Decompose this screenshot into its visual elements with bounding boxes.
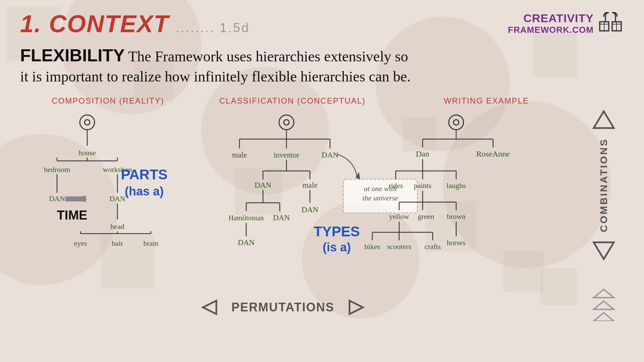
svg-text:DAN: DAN [302, 205, 318, 214]
svg-point-68 [449, 115, 464, 130]
logo-line2: FRAMEWORK.COM [508, 25, 594, 35]
title-section: 1. CONTEXT ........ 1.5d [20, 10, 250, 38]
svg-text:bedroom: bedroom [44, 165, 70, 174]
svg-text:brain: brain [143, 239, 158, 247]
flex-description: FLEXIBILITY The Framework uses hierarchi… [20, 44, 624, 86]
composition-title: COMPOSITION (REALITY) [20, 96, 196, 106]
up-arrow-icon [592, 110, 615, 133]
svg-rect-21 [65, 196, 86, 201]
svg-text:eyes: eyes [74, 239, 87, 247]
svg-text:DAN: DAN [273, 214, 290, 222]
right-arrow-icon [344, 299, 365, 316]
flex-heading: FLEXIBILITY [20, 46, 125, 65]
svg-point-9 [85, 120, 90, 125]
logo-text: CREATIVITY FRAMEWORK.COM [508, 12, 594, 35]
permutations-label: PERMUTATIONS [231, 300, 334, 314]
page-subtitle: ........ 1.5d [176, 21, 250, 35]
diagrams-section: COMPOSITION (REALITY) house bedroom work… [20, 96, 624, 322]
svg-text:DAN: DAN [109, 194, 125, 203]
logo-section: CREATIVITY FRAMEWORK.COM [508, 10, 624, 37]
svg-point-37 [284, 120, 289, 125]
flex-section: FLEXIBILITY The Framework uses hierarchi… [20, 44, 624, 86]
svg-marker-104 [594, 289, 614, 298]
down-arrow-icon [592, 237, 615, 261]
svg-text:DAN: DAN [255, 181, 271, 189]
left-arrow-icon [201, 299, 221, 316]
svg-marker-107 [203, 301, 216, 314]
svg-text:head: head [110, 222, 124, 231]
svg-text:RoseAnne: RoseAnne [476, 149, 510, 158]
svg-point-8 [80, 115, 95, 130]
svg-marker-106 [594, 313, 614, 321]
combinations-label: COMBINATIONS [598, 138, 609, 232]
classification-column: CLASSIFICATION (CONCEPTUAL) male invento… [196, 96, 389, 322]
svg-marker-102 [594, 111, 614, 128]
svg-text:laughs: laughs [446, 181, 466, 190]
logo-icon [597, 10, 624, 37]
svg-text:Dan: Dan [416, 149, 429, 158]
svg-text:bikes: bikes [365, 242, 380, 251]
composition-column: COMPOSITION (REALITY) house bedroom work… [20, 96, 196, 322]
svg-text:rides: rides [389, 181, 403, 190]
svg-text:green: green [418, 212, 434, 221]
svg-text:paints: paints [414, 181, 432, 190]
writing-title: WRITING EXAMPLE [389, 96, 584, 106]
svg-text:male: male [232, 151, 247, 159]
svg-text:(is a): (is a) [323, 240, 351, 254]
combinations-section: COMBINATIONS [584, 96, 624, 322]
writing-column: WRITING EXAMPLE Dan RoseAnne rides [389, 96, 584, 322]
page-title: 1. CONTEXT [20, 10, 169, 38]
svg-text:house: house [78, 148, 96, 157]
svg-text:scooters: scooters [387, 242, 411, 251]
svg-text:(has a): (has a) [125, 184, 164, 198]
svg-text:PARTS: PARTS [121, 167, 167, 182]
classification-title: CLASSIFICATION (CONCEPTUAL) [196, 96, 389, 106]
svg-text:hair: hair [112, 239, 123, 247]
svg-text:DAN: DAN [49, 194, 65, 203]
svg-text:Hamiltonian: Hamiltonian [228, 214, 264, 222]
svg-point-36 [279, 115, 294, 130]
svg-text:brown: brown [447, 212, 466, 221]
svg-text:male: male [302, 181, 317, 189]
permutations-section: PERMUTATIONS [201, 299, 365, 316]
svg-text:DAN: DAN [238, 238, 255, 247]
svg-marker-103 [594, 242, 614, 259]
header: 1. CONTEXT ........ 1.5d CREATIVITY FRAM… [20, 10, 624, 38]
composition-tree: house bedroom workshop DAN DAN [20, 112, 188, 290]
svg-marker-105 [594, 301, 614, 309]
svg-text:DAN: DAN [322, 151, 338, 159]
logo-line1: CREATIVITY [508, 12, 594, 25]
writing-tree: Dan RoseAnne rides paints laughs yellow … [389, 112, 584, 290]
svg-text:TYPES: TYPES [314, 224, 360, 239]
stacked-arrows-icon [592, 288, 615, 322]
page-content: 1. CONTEXT ........ 1.5d CREATIVITY FRAM… [0, 0, 644, 329]
svg-point-69 [453, 120, 459, 125]
svg-text:horses: horses [447, 238, 466, 247]
svg-text:TIME: TIME [57, 208, 88, 222]
svg-marker-108 [350, 301, 363, 314]
svg-text:inventor: inventor [273, 151, 299, 159]
svg-text:crafts: crafts [425, 242, 441, 251]
svg-text:yellow: yellow [389, 212, 409, 221]
classification-tree: male inventor DAN at one with the univer… [196, 112, 384, 290]
